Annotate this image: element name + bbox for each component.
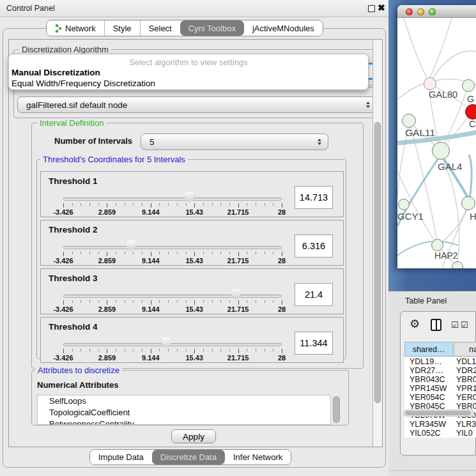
threshold-2-slider[interactable] [63, 246, 282, 249]
tick-mark [203, 252, 204, 254]
threshold-4-slider[interactable] [63, 343, 282, 346]
tab-infer-network[interactable]: Infer Network [225, 450, 291, 464]
tab-discretize-data[interactable]: Discretize Data [152, 450, 225, 464]
attributes-title: Attributes to discretize [35, 365, 122, 375]
column-header-name[interactable]: na [454, 342, 476, 357]
threshold-3-slider[interactable] [63, 295, 282, 298]
cell-shared-name: YER054C [410, 393, 445, 402]
table-row[interactable]: YDL19…YDL1 [404, 357, 476, 366]
numerical-attributes-list[interactable]: SelfLoopsTopologicalCoefficientBetweenne… [37, 395, 331, 425]
float-icon[interactable] [368, 5, 375, 12]
table-row[interactable]: YPR145WYPR1 [404, 384, 476, 393]
column-header-shared-name[interactable]: shared… [404, 342, 453, 357]
network-node-highlighted[interactable] [465, 104, 476, 119]
tab-network[interactable]: Network [47, 20, 104, 36]
network-node[interactable] [424, 77, 436, 90]
tick-mark [238, 252, 239, 256]
slider-thumb[interactable] [231, 289, 240, 300]
table-row[interactable]: YBR043CYBR0 [404, 375, 476, 384]
node-label: GAL4 [438, 161, 462, 172]
tick-mark [256, 252, 256, 254]
network-node[interactable] [462, 79, 475, 92]
checkbox-icon[interactable]: ☑ [451, 320, 459, 330]
threshold-3-value-field[interactable] [295, 283, 333, 306]
threshold-1-value-field[interactable] [295, 186, 333, 209]
network-node[interactable] [398, 199, 410, 210]
threshold-4-value-field[interactable] [295, 332, 333, 355]
tab-cyni-toolbox[interactable]: Cyni Toolbox [180, 20, 244, 36]
threshold-1-slider[interactable] [63, 197, 282, 201]
network-window-titlebar[interactable] [397, 5, 476, 18]
tick-mark [168, 252, 169, 254]
tick-mark [159, 252, 160, 254]
checkbox-icon[interactable]: ☑ [461, 320, 468, 330]
tick-mark [107, 349, 107, 353]
tab-infer-network-label: Infer Network [233, 452, 282, 462]
columns-icon[interactable] [431, 319, 441, 331]
tick-mark [98, 252, 99, 254]
tick-mark [81, 300, 81, 303]
close-icon[interactable]: ✖ [378, 3, 385, 13]
network-node[interactable] [432, 142, 450, 160]
tick-mark [256, 203, 256, 206]
cell-name: YIL0 [456, 429, 473, 438]
tick-mark [107, 300, 107, 305]
table-row[interactable]: YIL052CYIL0 [404, 429, 476, 438]
tick-mark [116, 203, 116, 206]
tick-mark [151, 349, 151, 353]
scrollbar-thumb[interactable] [405, 411, 471, 415]
tick-mark [194, 203, 195, 208]
attributes-scrollbar[interactable] [332, 395, 341, 425]
slider-thumb[interactable] [127, 240, 135, 251]
zoom-traffic-light[interactable] [429, 8, 436, 15]
table-panel: Table Panel ⚙ ☑ ☑ shared… na YDL19…YDL1Y… [388, 291, 476, 476]
table-row[interactable]: YDR27…YDR2 [404, 366, 476, 375]
scrollbar-thumb[interactable] [374, 122, 381, 403]
node-label: G [467, 94, 474, 104]
settings-scrollbar[interactable] [372, 40, 382, 447]
tick-mark [89, 252, 90, 254]
algorithm-placeholder: Select algorithm to view settings [9, 58, 368, 67]
tick-mark [177, 300, 178, 303]
apply-button[interactable]: Apply [171, 429, 216, 443]
network-node[interactable] [461, 196, 475, 210]
table-data-combobox[interactable]: galFiltered.sif default node [17, 96, 377, 113]
tick-mark [168, 300, 169, 303]
tick-label: 21.715 [227, 305, 249, 313]
list-item[interactable]: BetweennessCentrality [38, 418, 330, 425]
tab-jactivemnodules[interactable]: jActiveMNodules [244, 20, 323, 36]
network-node[interactable] [452, 261, 463, 268]
tab-style[interactable]: Style [104, 20, 140, 36]
threshold-3-panel: Threshold 3 -3.4262.8599.14415.4321.7152… [40, 268, 344, 314]
slider-thumb[interactable] [185, 192, 194, 203]
network-node[interactable] [402, 114, 416, 128]
table-row[interactable]: YLR345WYLR3 [404, 420, 476, 429]
option-equal-width-frequency[interactable]: Equal Width/Frequency Discretization [12, 79, 155, 88]
tab-impute-data[interactable]: Impute Data [90, 450, 152, 464]
table-panel-title: Table Panel [405, 296, 447, 305]
slider-thumb[interactable] [162, 337, 171, 348]
tick-mark [220, 349, 221, 351]
list-item[interactable]: SelfLoops [38, 395, 330, 407]
number-of-intervals-combobox[interactable]: 5 [141, 134, 328, 150]
table-horizontal-scrollbar[interactable] [403, 410, 474, 417]
option-manual-discretization[interactable]: Manual Discretization [12, 68, 100, 77]
network-node[interactable] [431, 239, 443, 251]
tick-mark [168, 349, 169, 351]
threshold-2-value-field[interactable] [295, 234, 333, 257]
tick-mark [142, 349, 142, 351]
tick-mark [107, 203, 107, 208]
tick-label: 21.715 [227, 354, 249, 362]
table-row[interactable]: YER054CYER0 [404, 393, 476, 402]
tick-mark [116, 349, 116, 351]
close-traffic-light[interactable] [406, 8, 413, 15]
tab-select[interactable]: Select [140, 20, 180, 36]
list-item[interactable]: TopologicalCoefficient [38, 407, 330, 418]
minimize-traffic-light[interactable] [417, 8, 424, 15]
tick-mark [256, 349, 256, 351]
tick-mark [81, 203, 81, 206]
gear-icon[interactable]: ⚙ [410, 317, 420, 331]
tab-discretize-data-label: Discretize Data [160, 452, 217, 462]
tick-mark [212, 349, 213, 351]
network-canvas[interactable]: GAL80 G C GAL11 GAL4 GCY1 H HAP2 [397, 18, 476, 268]
